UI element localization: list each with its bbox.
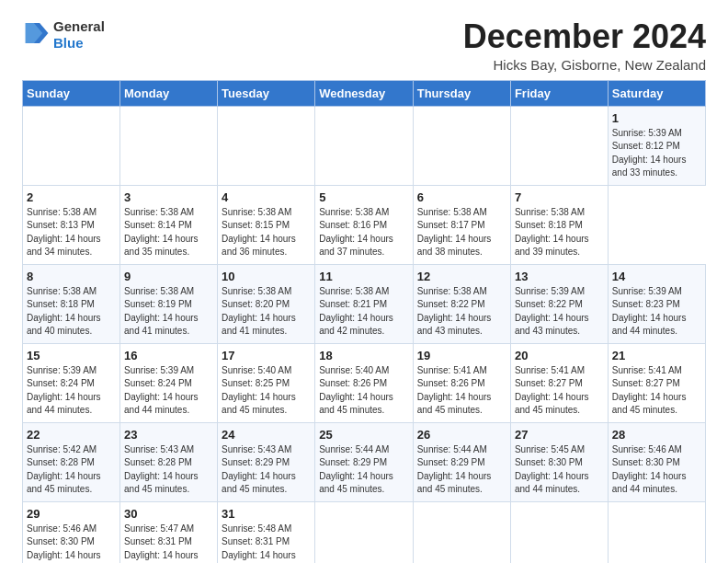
day-number: 24 xyxy=(222,428,311,442)
calendar-week-row: 22Sunrise: 5:42 AMSunset: 8:28 PMDayligh… xyxy=(23,422,706,501)
calendar-cell: 31Sunrise: 5:48 AMSunset: 8:31 PMDayligh… xyxy=(218,501,315,563)
calendar-cell: 2Sunrise: 5:38 AMSunset: 8:13 PMDaylight… xyxy=(23,185,120,264)
calendar-cell: 16Sunrise: 5:39 AMSunset: 8:24 PMDayligh… xyxy=(120,343,218,422)
calendar-cell: 29Sunrise: 5:46 AMSunset: 8:30 PMDayligh… xyxy=(23,501,120,563)
logo-blue: Blue xyxy=(53,35,105,52)
header-monday: Monday xyxy=(120,80,218,106)
calendar-cell: 27Sunrise: 5:45 AMSunset: 8:30 PMDayligh… xyxy=(510,422,608,501)
calendar-cell: 9Sunrise: 5:38 AMSunset: 8:19 PMDaylight… xyxy=(120,264,218,343)
day-number: 29 xyxy=(27,507,116,521)
day-info: Sunrise: 5:38 AMSunset: 8:18 PMDaylight:… xyxy=(27,286,101,337)
day-info: Sunrise: 5:41 AMSunset: 8:27 PMDaylight:… xyxy=(612,365,687,416)
calendar-subtitle: Hicks Bay, Gisborne, New Zealand xyxy=(463,57,706,73)
logo: General Blue xyxy=(22,18,105,52)
day-number: 21 xyxy=(612,349,701,362)
day-number: 26 xyxy=(417,428,506,442)
day-number: 14 xyxy=(612,270,701,283)
day-info: Sunrise: 5:47 AMSunset: 8:31 PMDaylight:… xyxy=(124,523,199,563)
day-info: Sunrise: 5:46 AMSunset: 8:30 PMDaylight:… xyxy=(27,523,101,563)
day-info: Sunrise: 5:39 AMSunset: 8:12 PMDaylight:… xyxy=(612,128,687,178)
day-info: Sunrise: 5:41 AMSunset: 8:26 PMDaylight:… xyxy=(417,365,492,416)
day-info: Sunrise: 5:39 AMSunset: 8:23 PMDaylight:… xyxy=(612,286,687,337)
day-number: 31 xyxy=(222,507,311,521)
day-number: 8 xyxy=(27,270,116,283)
day-info: Sunrise: 5:38 AMSunset: 8:13 PMDaylight:… xyxy=(27,207,101,258)
calendar-cell: 22Sunrise: 5:42 AMSunset: 8:28 PMDayligh… xyxy=(23,422,120,501)
calendar-cell xyxy=(413,106,510,185)
day-info: Sunrise: 5:39 AMSunset: 8:24 PMDaylight:… xyxy=(27,365,101,416)
day-info: Sunrise: 5:45 AMSunset: 8:30 PMDaylight:… xyxy=(515,444,589,495)
calendar-cell: 18Sunrise: 5:40 AMSunset: 8:26 PMDayligh… xyxy=(315,343,414,422)
calendar-cell: 8Sunrise: 5:38 AMSunset: 8:18 PMDaylight… xyxy=(23,264,120,343)
day-number: 18 xyxy=(319,349,409,362)
day-number: 3 xyxy=(124,190,213,204)
header-wednesday: Wednesday xyxy=(315,80,414,106)
day-number: 15 xyxy=(27,349,116,362)
day-info: Sunrise: 5:38 AMSunset: 8:20 PMDaylight:… xyxy=(222,286,296,337)
day-number: 17 xyxy=(222,349,311,362)
calendar-cell: 19Sunrise: 5:41 AMSunset: 8:26 PMDayligh… xyxy=(413,343,510,422)
calendar-table: SundayMondayTuesdayWednesdayThursdayFrid… xyxy=(22,80,706,563)
header-tuesday: Tuesday xyxy=(218,80,315,106)
logo-icon xyxy=(24,20,50,46)
calendar-cell xyxy=(510,106,608,185)
day-info: Sunrise: 5:38 AMSunset: 8:19 PMDaylight:… xyxy=(124,286,199,337)
calendar-cell xyxy=(315,106,414,185)
day-info: Sunrise: 5:44 AMSunset: 8:29 PMDaylight:… xyxy=(417,444,492,495)
calendar-cell: 7Sunrise: 5:38 AMSunset: 8:18 PMDaylight… xyxy=(510,185,608,264)
calendar-cell xyxy=(315,501,414,563)
calendar-header-row: SundayMondayTuesdayWednesdayThursdayFrid… xyxy=(23,80,706,106)
calendar-week-row: 8Sunrise: 5:38 AMSunset: 8:18 PMDaylight… xyxy=(23,264,706,343)
day-info: Sunrise: 5:38 AMSunset: 8:14 PMDaylight:… xyxy=(124,207,199,258)
day-number: 16 xyxy=(124,349,213,362)
day-number: 2 xyxy=(27,190,116,204)
calendar-cell: 24Sunrise: 5:43 AMSunset: 8:29 PMDayligh… xyxy=(218,422,315,501)
day-number: 1 xyxy=(612,111,701,125)
day-number: 23 xyxy=(124,428,213,442)
calendar-cell: 25Sunrise: 5:44 AMSunset: 8:29 PMDayligh… xyxy=(315,422,414,501)
day-info: Sunrise: 5:38 AMSunset: 8:15 PMDaylight:… xyxy=(222,207,296,258)
calendar-cell: 15Sunrise: 5:39 AMSunset: 8:24 PMDayligh… xyxy=(23,343,120,422)
calendar-week-row: 15Sunrise: 5:39 AMSunset: 8:24 PMDayligh… xyxy=(23,343,706,422)
day-number: 25 xyxy=(319,428,409,442)
day-number: 10 xyxy=(222,270,311,283)
day-number: 27 xyxy=(515,428,604,442)
page-header: General Blue December 2024 Hicks Bay, Gi… xyxy=(22,18,706,73)
calendar-cell xyxy=(120,106,218,185)
calendar-cell: 1Sunrise: 5:39 AMSunset: 8:12 PMDaylight… xyxy=(608,106,705,185)
day-info: Sunrise: 5:39 AMSunset: 8:24 PMDaylight:… xyxy=(124,365,199,416)
calendar-cell: 11Sunrise: 5:38 AMSunset: 8:21 PMDayligh… xyxy=(315,264,414,343)
calendar-cell: 30Sunrise: 5:47 AMSunset: 8:31 PMDayligh… xyxy=(120,501,218,563)
calendar-cell xyxy=(608,501,705,563)
calendar-cell: 3Sunrise: 5:38 AMSunset: 8:14 PMDaylight… xyxy=(120,185,218,264)
calendar-cell: 6Sunrise: 5:38 AMSunset: 8:17 PMDaylight… xyxy=(413,185,510,264)
day-number: 19 xyxy=(417,349,506,362)
day-info: Sunrise: 5:40 AMSunset: 8:26 PMDaylight:… xyxy=(319,365,393,416)
header-thursday: Thursday xyxy=(413,80,510,106)
header-saturday: Saturday xyxy=(608,80,705,106)
day-info: Sunrise: 5:38 AMSunset: 8:16 PMDaylight:… xyxy=(319,207,393,258)
day-info: Sunrise: 5:44 AMSunset: 8:29 PMDaylight:… xyxy=(319,444,393,495)
calendar-cell: 4Sunrise: 5:38 AMSunset: 8:15 PMDaylight… xyxy=(218,185,315,264)
header-friday: Friday xyxy=(510,80,608,106)
day-info: Sunrise: 5:48 AMSunset: 8:31 PMDaylight:… xyxy=(222,523,296,563)
day-info: Sunrise: 5:38 AMSunset: 8:17 PMDaylight:… xyxy=(417,207,492,258)
day-number: 13 xyxy=(515,270,604,283)
calendar-cell: 10Sunrise: 5:38 AMSunset: 8:20 PMDayligh… xyxy=(218,264,315,343)
day-number: 28 xyxy=(612,428,701,442)
calendar-cell: 17Sunrise: 5:40 AMSunset: 8:25 PMDayligh… xyxy=(218,343,315,422)
calendar-cell: 26Sunrise: 5:44 AMSunset: 8:29 PMDayligh… xyxy=(413,422,510,501)
day-number: 22 xyxy=(27,428,116,442)
calendar-cell: 14Sunrise: 5:39 AMSunset: 8:23 PMDayligh… xyxy=(608,264,705,343)
day-info: Sunrise: 5:38 AMSunset: 8:22 PMDaylight:… xyxy=(417,286,492,337)
calendar-week-row: 29Sunrise: 5:46 AMSunset: 8:30 PMDayligh… xyxy=(23,501,706,563)
calendar-cell: 20Sunrise: 5:41 AMSunset: 8:27 PMDayligh… xyxy=(510,343,608,422)
calendar-cell: 5Sunrise: 5:38 AMSunset: 8:16 PMDaylight… xyxy=(315,185,414,264)
calendar-title: December 2024 xyxy=(463,18,706,55)
calendar-week-row: 1Sunrise: 5:39 AMSunset: 8:12 PMDaylight… xyxy=(23,106,706,185)
day-number: 4 xyxy=(222,190,311,204)
logo-general: General xyxy=(53,18,105,35)
calendar-cell xyxy=(510,501,608,563)
day-number: 20 xyxy=(515,349,604,362)
calendar-cell xyxy=(23,106,120,185)
